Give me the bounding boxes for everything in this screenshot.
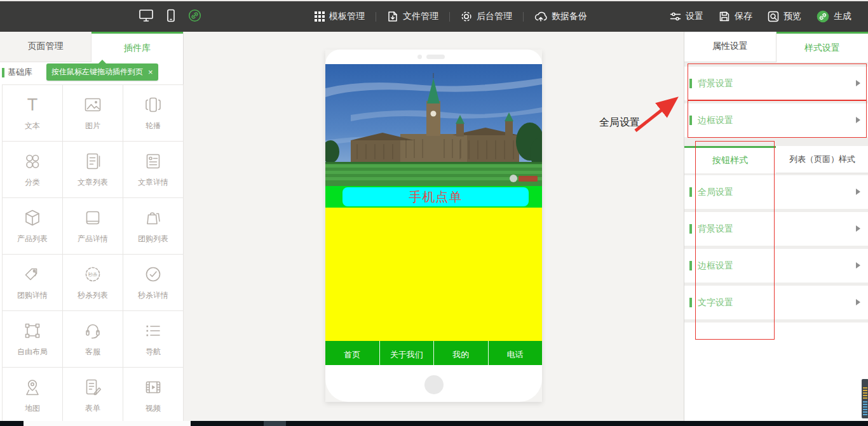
tab-page-management[interactable]: 页面管理 [0, 32, 92, 62]
section-label: 背景设置 [698, 223, 733, 235]
plugin-item-article-list[interactable]: 文章列表 [63, 142, 123, 198]
library-section-label: 基础库 [8, 67, 32, 78]
plugin-item-product-list[interactable]: 产品列表 [3, 198, 63, 255]
article-list-icon [83, 151, 102, 171]
chevron-right-icon [856, 225, 860, 232]
chevron-right-icon [856, 80, 860, 86]
plugin-item-article-detail[interactable]: 文章详情 [123, 142, 184, 198]
panel-empty-area [684, 323, 868, 421]
save-icon [719, 11, 730, 22]
main-menu: 模板管理 文件管理 后台管理 [315, 1, 587, 32]
plugin-item-category[interactable]: 分类 [3, 142, 63, 198]
save-button[interactable]: 保存 [719, 11, 752, 22]
camera-dot-icon [417, 55, 422, 59]
generate-icon [817, 10, 829, 23]
video-icon [144, 377, 163, 397]
section-label: 边框设置 [698, 115, 733, 126]
banner-image[interactable] [325, 64, 542, 186]
link-icon[interactable] [188, 9, 201, 24]
title-bar-widget[interactable]: 手机点单 [325, 186, 542, 208]
tab-style-settings[interactable]: 样式设置 [776, 32, 868, 62]
settings-panel: 属性设置 样式设置 背景设置 边框设置 按钮样式 列表（页面）样式 全局设置 背… [684, 32, 868, 421]
plugin-item-video[interactable]: 视频 [123, 368, 184, 424]
sliders-icon [670, 11, 681, 22]
mobile-preview-icon[interactable] [166, 9, 175, 24]
editor-canvas[interactable]: 手机点单 首页 关于我们 我的 电话 全局设置 [184, 32, 684, 421]
tab-attribute-settings[interactable]: 属性设置 [684, 32, 776, 62]
section-border-settings[interactable]: 边框设置 [684, 103, 868, 137]
gear-icon [461, 11, 472, 22]
section-marker [689, 79, 692, 88]
plugin-item-nav[interactable]: 导航 [123, 311, 184, 368]
plugin-label: 客服 [85, 347, 100, 357]
action-label: 设置 [686, 11, 703, 22]
horizontal-scrollbar-thumb[interactable] [24, 421, 191, 426]
preview-icon [768, 11, 779, 22]
section-label: 边框设置 [698, 260, 733, 272]
title-button[interactable]: 手机点单 [342, 187, 529, 206]
scrollbar-marks-blue [863, 401, 867, 416]
section-button-border-settings[interactable]: 边框设置 [684, 249, 868, 283]
plugin-item-groupbuy-detail[interactable]: 团购详情 [3, 255, 63, 311]
separator [523, 12, 524, 22]
freelayout-icon [23, 321, 42, 341]
menu-label: 后台管理 [477, 11, 512, 22]
desktop-preview-icon[interactable] [139, 9, 154, 24]
nav-item-mine[interactable]: 我的 [433, 341, 488, 365]
tab-list-page-style[interactable]: 列表（页面）样式 [776, 146, 868, 173]
section-button-background-settings[interactable]: 背景设置 [684, 212, 868, 246]
menu-label: 模板管理 [329, 11, 365, 22]
cloud-upload-icon [534, 11, 547, 22]
plugin-item-carousel[interactable]: 轮播 [123, 85, 184, 142]
plugin-label: 团购详情 [17, 290, 48, 301]
plugin-item-text[interactable]: T 文本 [3, 85, 63, 142]
plugin-item-seckill-detail[interactable]: 秒杀详情 [123, 255, 184, 311]
menu-file-management[interactable]: 文件管理 [387, 11, 438, 22]
menu-label: 文件管理 [403, 11, 438, 22]
horizontal-scrollbar[interactable] [0, 421, 868, 426]
nav-item-home[interactable]: 首页 [325, 341, 379, 365]
section-text-settings[interactable]: 文字设置 [684, 286, 868, 319]
plugin-item-seckill-list[interactable]: 秒杀 秒杀列表 [63, 255, 123, 311]
menu-data-backup[interactable]: 数据备份 [534, 11, 587, 22]
section-background-settings[interactable]: 背景设置 [684, 67, 868, 100]
tooltip-close-icon[interactable]: × [147, 63, 153, 81]
preview-button[interactable]: 预览 [768, 11, 801, 22]
nav-item-phone[interactable]: 电话 [488, 341, 543, 365]
plugin-item-product-detail[interactable]: 产品详情 [63, 198, 123, 255]
chevron-right-icon [856, 189, 860, 195]
tab-plugin-library[interactable]: 插件库 [92, 32, 183, 62]
plugin-item-freelayout[interactable]: 自由布局 [3, 311, 63, 368]
plugin-item-image[interactable]: 图片 [63, 85, 123, 142]
plugin-label: 秒杀列表 [78, 290, 108, 301]
section-marker [689, 116, 692, 125]
section-global-settings[interactable]: 全局设置 [684, 175, 868, 209]
tab-button-style[interactable]: 按钮样式 [684, 146, 776, 173]
menu-backend-management[interactable]: 后台管理 [461, 11, 512, 22]
seckill-detail-icon [144, 264, 163, 284]
map-icon [23, 377, 42, 397]
section-marker [689, 187, 692, 197]
generate-button[interactable]: 生成 [817, 10, 851, 23]
settings-tabs: 属性设置 样式设置 [684, 32, 868, 62]
settings-button[interactable]: 设置 [670, 11, 703, 22]
nav-item-about[interactable]: 关于我们 [379, 341, 434, 365]
content-area-widget[interactable] [325, 208, 542, 341]
device-toggle-group [139, 1, 201, 32]
plugin-item-map[interactable]: 地图 [3, 368, 63, 424]
vertical-scrollbar[interactable] [862, 379, 868, 418]
article-detail-icon [144, 151, 163, 171]
category-icon [23, 151, 42, 171]
phone-preview: 手机点单 首页 关于我们 我的 电话 [325, 50, 542, 402]
plugin-label: 产品详情 [78, 234, 108, 244]
svg-text:秒杀: 秒杀 [88, 272, 98, 277]
plugin-grid: T 文本 图片 轮播 分类 [2, 84, 184, 424]
file-icon [387, 11, 398, 22]
plugin-item-groupbuy-list[interactable]: 团购列表 [123, 198, 184, 255]
plugin-item-form[interactable]: 表单 [63, 368, 123, 424]
nav-icon [144, 321, 163, 341]
plugin-label: 团购列表 [138, 234, 168, 244]
section-marker [689, 224, 692, 234]
plugin-item-service[interactable]: 客服 [63, 311, 123, 368]
menu-template-management[interactable]: 模板管理 [315, 11, 365, 22]
